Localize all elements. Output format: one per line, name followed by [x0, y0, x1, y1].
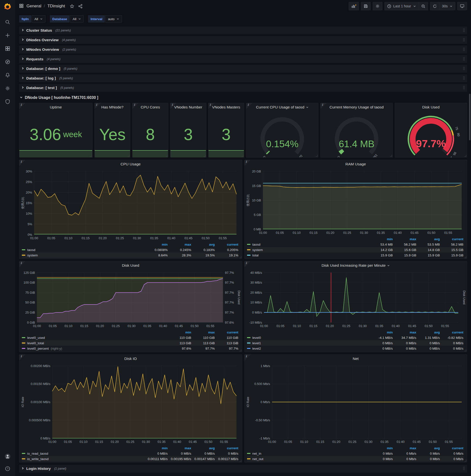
- legend-series-name[interactable]: level0_total: [22, 341, 168, 345]
- legend-column-header[interactable]: avg: [191, 243, 215, 246]
- legend-column-header[interactable]: current: [215, 330, 238, 334]
- variable-value-dropdown[interactable]: All: [32, 15, 45, 23]
- row-collapsed[interactable]: Cluster Status(21 panels): [19, 27, 467, 34]
- panel-title[interactable]: RAM Usage: [245, 160, 467, 168]
- cycle-view-mode-button[interactable]: [457, 2, 467, 10]
- legend-column-header[interactable]: min: [369, 330, 393, 334]
- legend-series-name[interactable]: net_in: [247, 452, 370, 455]
- row-drag-handle[interactable]: [463, 67, 465, 71]
- legend-series-name[interactable]: io_read_taosd: [22, 452, 144, 455]
- panel-title[interactable]: Disk Used: [395, 103, 467, 111]
- legend-series-name[interactable]: level1: [247, 341, 370, 345]
- variable-value-dropdown[interactable]: auto: [105, 15, 122, 23]
- row-collapsed[interactable]: Requests(4 panels): [19, 55, 467, 63]
- legend-series-name[interactable]: system: [247, 248, 370, 252]
- legend-column-header[interactable]: current: [440, 237, 463, 241]
- legend-column-header[interactable]: current: [215, 243, 238, 246]
- help-icon[interactable]: ?: [5, 466, 11, 472]
- favorite-star-icon[interactable]: [69, 3, 75, 9]
- panel-resize-handle[interactable]: [204, 155, 206, 157]
- time-range-picker[interactable]: Last 1 hour: [384, 2, 419, 10]
- legend-column-header[interactable]: max: [168, 446, 191, 450]
- chart-plot-area[interactable]: 30%25%20%15%10%5%0%01:0001:0501:1001:150…: [21, 169, 240, 242]
- add-panel-button[interactable]: [349, 2, 359, 10]
- row-collapsed[interactable]: DNodes Overview(4 panels): [19, 36, 467, 44]
- explore-compass-icon[interactable]: [5, 59, 11, 65]
- legend-series-name[interactable]: level0_used: [22, 336, 168, 340]
- variable-label[interactable]: Interval: [88, 15, 105, 23]
- legend-series-name[interactable]: level0: [247, 336, 370, 340]
- legend-column-header[interactable]: avg: [416, 446, 440, 450]
- legend-column-header[interactable]: max: [393, 237, 416, 241]
- legend-column-header[interactable]: current: [215, 446, 238, 450]
- legend-column-header[interactable]: max: [393, 446, 416, 450]
- create-plus-icon[interactable]: [5, 32, 11, 38]
- legend-column-header[interactable]: min: [369, 446, 393, 450]
- row-collapsed[interactable]: Database: [ test ](5 panels): [19, 84, 467, 92]
- panel-resize-handle[interactable]: [316, 155, 318, 157]
- panel-title[interactable]: Uptime: [19, 103, 92, 111]
- configuration-gear-icon[interactable]: [5, 85, 11, 91]
- legend-series-name[interactable]: total: [247, 254, 370, 257]
- panel-resize-handle[interactable]: [464, 256, 466, 258]
- save-dashboard-button[interactable]: [361, 2, 371, 10]
- legend-series-name[interactable]: taosd: [247, 243, 370, 246]
- alerting-bell-icon[interactable]: [5, 72, 11, 78]
- row-drag-handle[interactable]: [463, 28, 465, 33]
- panel-resize-handle[interactable]: [241, 155, 243, 157]
- zoom-out-time-button[interactable]: [419, 2, 428, 10]
- legend-series-name[interactable]: taosd: [22, 248, 144, 252]
- panel-resize-handle[interactable]: [390, 155, 392, 157]
- legend-column-header[interactable]: min: [369, 237, 393, 241]
- row-collapsed[interactable]: Database: [ log ](5 panels): [19, 74, 467, 82]
- row-collapsed[interactable]: MNodes Overview(2 panels): [19, 46, 467, 53]
- row-drag-handle[interactable]: [463, 47, 465, 52]
- row-drag-handle[interactable]: [463, 38, 465, 42]
- chart-plot-area[interactable]: 125 GiB97.7%100 GiB97.7%75 GiB97.7%50 Gi…: [21, 270, 240, 329]
- legend-column-header[interactable]: min: [168, 330, 191, 334]
- panel-title[interactable]: Current CPU Usage of taosd: [246, 103, 318, 111]
- variable-value-dropdown[interactable]: All: [70, 15, 84, 23]
- legend-column-header[interactable]: max: [191, 330, 215, 334]
- row-dnode-usage[interactable]: DNode Usage [ huolinhe-TM1701:6030 ]: [19, 93, 467, 102]
- legend-series-name[interactable]: io_write_taosd: [22, 457, 144, 461]
- user-avatar[interactable]: [5, 453, 11, 459]
- panel-resize-handle[interactable]: [239, 460, 241, 462]
- variable-label[interactable]: Database: [50, 15, 69, 23]
- breadcrumb-page[interactable]: TDinsight: [47, 4, 65, 9]
- legend-series-name[interactable]: level2: [247, 347, 370, 350]
- legend-column-header[interactable]: avg: [416, 237, 440, 241]
- panel-resize-handle[interactable]: [90, 155, 92, 157]
- dashboard-settings-button[interactable]: [373, 2, 383, 10]
- refresh-interval-picker[interactable]: 30s: [440, 2, 455, 10]
- legend-column-header[interactable]: max: [393, 330, 416, 334]
- panel-resize-handle[interactable]: [464, 349, 466, 351]
- panel-title[interactable]: Disk Used: [19, 261, 242, 270]
- share-icon[interactable]: [77, 3, 83, 9]
- legend-column-header[interactable]: current: [440, 446, 463, 450]
- panel-title[interactable]: Net: [245, 355, 467, 363]
- search-icon[interactable]: [5, 19, 11, 25]
- panel-title[interactable]: CPU Usage: [19, 160, 242, 168]
- server-admin-shield-icon[interactable]: [5, 99, 11, 104]
- row-login-history[interactable]: Login History (1 panel): [19, 465, 467, 473]
- legend-column-header[interactable]: min: [144, 446, 168, 450]
- row-collapsed[interactable]: Database: [ demo ](5 panels): [19, 65, 467, 73]
- panel-resize-handle[interactable]: [239, 349, 241, 351]
- chart-plot-area[interactable]: 1 Mb/s0.500 Mb/s0 Mb/s-0.50 Mb/s-1 Mb/s0…: [246, 363, 466, 445]
- row-drag-handle[interactable]: [463, 86, 465, 90]
- refresh-button[interactable]: [430, 2, 440, 10]
- legend-series-name[interactable]: level0_percent (right-y): [22, 347, 168, 350]
- panel-title[interactable]: Disk Used Increasing Rate per Minute: [245, 261, 467, 270]
- panel-title[interactable]: Disk IO: [19, 355, 242, 363]
- panel-resize-handle[interactable]: [464, 460, 466, 462]
- legend-column-header[interactable]: max: [168, 243, 191, 246]
- legend-column-header[interactable]: avg: [191, 446, 215, 450]
- chart-plot-area[interactable]: 0.00200 MB/s0.00150 MB/s0.00100 MB/s0.00…: [21, 363, 240, 445]
- legend-column-header[interactable]: avg: [416, 330, 440, 334]
- grafana-logo[interactable]: [0, 0, 15, 12]
- breadcrumb-section[interactable]: General: [27, 4, 41, 9]
- row-drag-handle[interactable]: [463, 76, 465, 81]
- legend-series-name[interactable]: net_out: [247, 457, 370, 461]
- panel-resize-handle[interactable]: [128, 155, 130, 157]
